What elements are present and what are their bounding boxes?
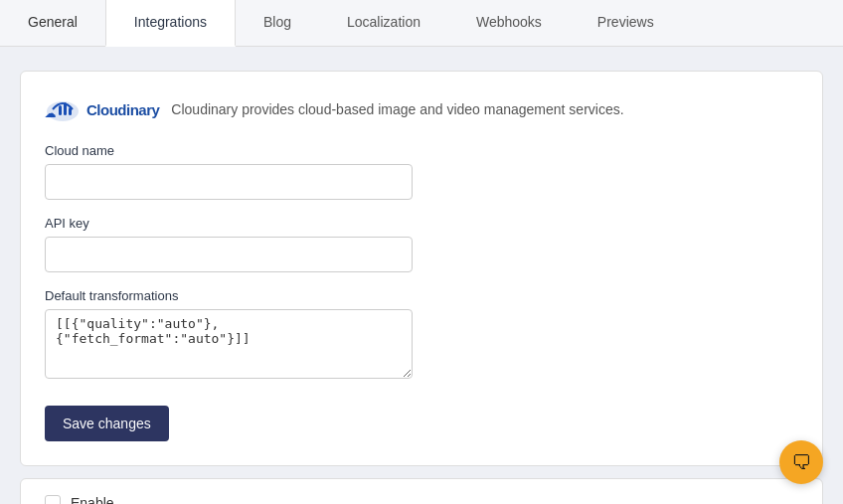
svg-rect-2 (59, 105, 62, 115)
cloudinary-logo: ☁ Cloudinary (45, 95, 159, 123)
cloud-name-label: Cloud name (45, 143, 798, 158)
api-key-input[interactable] (45, 237, 413, 272)
chat-icon: 🗨 (791, 451, 811, 474)
cloud-name-input[interactable] (45, 164, 413, 200)
tab-localization[interactable]: Localization (319, 0, 448, 46)
cloudinary-card: ☁ Cloudinary Cloudinary provides cloud-b… (20, 71, 823, 466)
tab-webhooks[interactable]: Webhooks (448, 0, 570, 46)
default-transformations-group: Default transformations [[{"quality":"au… (45, 288, 798, 382)
enable-label: Enable (71, 495, 114, 504)
enable-section: Enable (20, 478, 823, 504)
tab-blog[interactable]: Blog (236, 0, 319, 46)
cloudinary-description: Cloudinary provides cloud-based image an… (171, 101, 623, 117)
default-transformations-label: Default transformations (45, 288, 798, 303)
default-transformations-textarea[interactable]: [[{"quality":"auto"},{"fetch_format":"au… (45, 309, 413, 379)
cloudinary-header: ☁ Cloudinary Cloudinary provides cloud-b… (45, 95, 798, 123)
cloudinary-icon: ☁ (45, 95, 81, 123)
api-key-group: API key (45, 216, 798, 272)
tab-general[interactable]: General (0, 0, 105, 46)
api-key-label: API key (45, 216, 798, 231)
tab-previews[interactable]: Previews (570, 0, 682, 46)
chat-button[interactable]: 🗨 (779, 440, 823, 484)
save-changes-button[interactable]: Save changes (45, 406, 169, 441)
main-content: ☁ Cloudinary Cloudinary provides cloud-b… (0, 47, 843, 504)
tab-integrations[interactable]: Integrations (105, 0, 236, 47)
cloud-name-group: Cloud name (45, 143, 798, 200)
enable-checkbox[interactable] (45, 495, 61, 504)
cloudinary-wordmark: Cloudinary (86, 101, 159, 118)
tab-bar: General Integrations Blog Localization W… (0, 0, 843, 47)
